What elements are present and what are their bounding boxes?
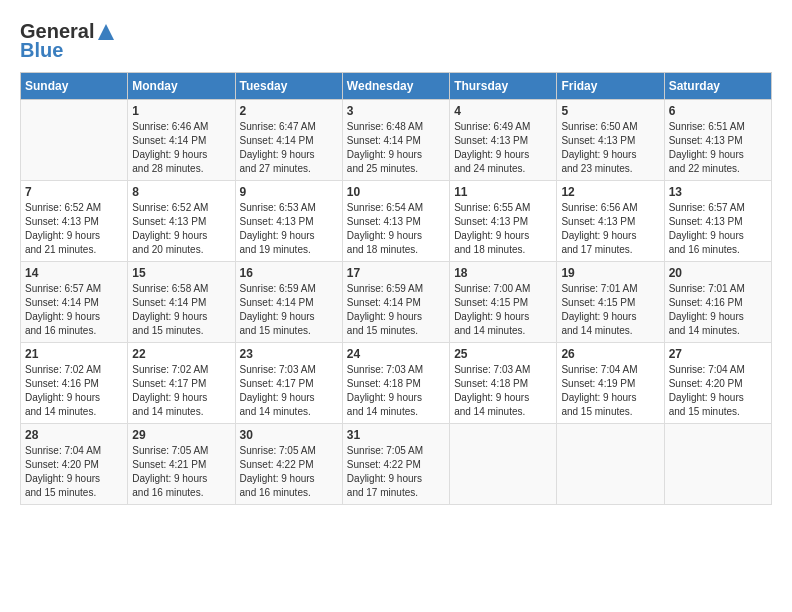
day-number: 21 [25, 347, 123, 361]
day-number: 5 [561, 104, 659, 118]
day-info: Sunrise: 6:49 AM Sunset: 4:13 PM Dayligh… [454, 120, 552, 176]
day-info: Sunrise: 6:52 AM Sunset: 4:13 PM Dayligh… [25, 201, 123, 257]
day-number: 27 [669, 347, 767, 361]
day-number: 11 [454, 185, 552, 199]
calendar-cell: 7Sunrise: 6:52 AM Sunset: 4:13 PM Daylig… [21, 181, 128, 262]
calendar-cell: 29Sunrise: 7:05 AM Sunset: 4:21 PM Dayli… [128, 424, 235, 505]
calendar-cell: 1Sunrise: 6:46 AM Sunset: 4:14 PM Daylig… [128, 100, 235, 181]
day-number: 23 [240, 347, 338, 361]
day-number: 25 [454, 347, 552, 361]
header-cell-tuesday: Tuesday [235, 73, 342, 100]
calendar-cell: 22Sunrise: 7:02 AM Sunset: 4:17 PM Dayli… [128, 343, 235, 424]
day-info: Sunrise: 6:56 AM Sunset: 4:13 PM Dayligh… [561, 201, 659, 257]
calendar-cell: 30Sunrise: 7:05 AM Sunset: 4:22 PM Dayli… [235, 424, 342, 505]
week-row-2: 14Sunrise: 6:57 AM Sunset: 4:14 PM Dayli… [21, 262, 772, 343]
day-info: Sunrise: 7:01 AM Sunset: 4:16 PM Dayligh… [669, 282, 767, 338]
day-number: 4 [454, 104, 552, 118]
day-number: 18 [454, 266, 552, 280]
calendar-cell: 25Sunrise: 7:03 AM Sunset: 4:18 PM Dayli… [450, 343, 557, 424]
day-info: Sunrise: 6:59 AM Sunset: 4:14 PM Dayligh… [347, 282, 445, 338]
calendar-table: SundayMondayTuesdayWednesdayThursdayFrid… [20, 72, 772, 505]
calendar-cell: 11Sunrise: 6:55 AM Sunset: 4:13 PM Dayli… [450, 181, 557, 262]
header-cell-thursday: Thursday [450, 73, 557, 100]
calendar-cell: 2Sunrise: 6:47 AM Sunset: 4:14 PM Daylig… [235, 100, 342, 181]
week-row-1: 7Sunrise: 6:52 AM Sunset: 4:13 PM Daylig… [21, 181, 772, 262]
day-number: 8 [132, 185, 230, 199]
day-number: 9 [240, 185, 338, 199]
day-info: Sunrise: 6:58 AM Sunset: 4:14 PM Dayligh… [132, 282, 230, 338]
day-info: Sunrise: 6:54 AM Sunset: 4:13 PM Dayligh… [347, 201, 445, 257]
logo-blue-text: Blue [20, 39, 63, 62]
day-info: Sunrise: 6:55 AM Sunset: 4:13 PM Dayligh… [454, 201, 552, 257]
day-number: 7 [25, 185, 123, 199]
calendar-cell: 31Sunrise: 7:05 AM Sunset: 4:22 PM Dayli… [342, 424, 449, 505]
day-number: 14 [25, 266, 123, 280]
day-number: 22 [132, 347, 230, 361]
calendar-cell: 17Sunrise: 6:59 AM Sunset: 4:14 PM Dayli… [342, 262, 449, 343]
logo: General Blue [20, 20, 116, 62]
calendar-cell: 12Sunrise: 6:56 AM Sunset: 4:13 PM Dayli… [557, 181, 664, 262]
day-info: Sunrise: 7:02 AM Sunset: 4:16 PM Dayligh… [25, 363, 123, 419]
week-row-4: 28Sunrise: 7:04 AM Sunset: 4:20 PM Dayli… [21, 424, 772, 505]
day-info: Sunrise: 7:04 AM Sunset: 4:20 PM Dayligh… [25, 444, 123, 500]
day-info: Sunrise: 7:04 AM Sunset: 4:19 PM Dayligh… [561, 363, 659, 419]
day-number: 30 [240, 428, 338, 442]
calendar-body: 1Sunrise: 6:46 AM Sunset: 4:14 PM Daylig… [21, 100, 772, 505]
day-number: 2 [240, 104, 338, 118]
day-info: Sunrise: 7:03 AM Sunset: 4:17 PM Dayligh… [240, 363, 338, 419]
calendar-header: SundayMondayTuesdayWednesdayThursdayFrid… [21, 73, 772, 100]
calendar-cell: 15Sunrise: 6:58 AM Sunset: 4:14 PM Dayli… [128, 262, 235, 343]
calendar-cell: 8Sunrise: 6:52 AM Sunset: 4:13 PM Daylig… [128, 181, 235, 262]
day-info: Sunrise: 6:47 AM Sunset: 4:14 PM Dayligh… [240, 120, 338, 176]
calendar-cell: 14Sunrise: 6:57 AM Sunset: 4:14 PM Dayli… [21, 262, 128, 343]
week-row-0: 1Sunrise: 6:46 AM Sunset: 4:14 PM Daylig… [21, 100, 772, 181]
day-number: 12 [561, 185, 659, 199]
calendar-cell: 9Sunrise: 6:53 AM Sunset: 4:13 PM Daylig… [235, 181, 342, 262]
day-number: 13 [669, 185, 767, 199]
day-number: 3 [347, 104, 445, 118]
day-number: 28 [25, 428, 123, 442]
day-number: 19 [561, 266, 659, 280]
svg-marker-0 [98, 24, 114, 40]
calendar-cell: 4Sunrise: 6:49 AM Sunset: 4:13 PM Daylig… [450, 100, 557, 181]
day-info: Sunrise: 6:53 AM Sunset: 4:13 PM Dayligh… [240, 201, 338, 257]
header-cell-saturday: Saturday [664, 73, 771, 100]
day-info: Sunrise: 7:03 AM Sunset: 4:18 PM Dayligh… [347, 363, 445, 419]
calendar-cell: 20Sunrise: 7:01 AM Sunset: 4:16 PM Dayli… [664, 262, 771, 343]
day-info: Sunrise: 6:59 AM Sunset: 4:14 PM Dayligh… [240, 282, 338, 338]
day-info: Sunrise: 6:57 AM Sunset: 4:13 PM Dayligh… [669, 201, 767, 257]
calendar-cell: 28Sunrise: 7:04 AM Sunset: 4:20 PM Dayli… [21, 424, 128, 505]
day-number: 10 [347, 185, 445, 199]
calendar-cell: 19Sunrise: 7:01 AM Sunset: 4:15 PM Dayli… [557, 262, 664, 343]
day-number: 20 [669, 266, 767, 280]
logo-icon [96, 22, 116, 42]
day-number: 15 [132, 266, 230, 280]
day-info: Sunrise: 6:46 AM Sunset: 4:14 PM Dayligh… [132, 120, 230, 176]
day-number: 24 [347, 347, 445, 361]
day-info: Sunrise: 6:48 AM Sunset: 4:14 PM Dayligh… [347, 120, 445, 176]
day-number: 1 [132, 104, 230, 118]
day-info: Sunrise: 7:03 AM Sunset: 4:18 PM Dayligh… [454, 363, 552, 419]
calendar-cell: 26Sunrise: 7:04 AM Sunset: 4:19 PM Dayli… [557, 343, 664, 424]
day-number: 17 [347, 266, 445, 280]
calendar-cell: 21Sunrise: 7:02 AM Sunset: 4:16 PM Dayli… [21, 343, 128, 424]
day-number: 16 [240, 266, 338, 280]
day-info: Sunrise: 7:01 AM Sunset: 4:15 PM Dayligh… [561, 282, 659, 338]
calendar-cell: 10Sunrise: 6:54 AM Sunset: 4:13 PM Dayli… [342, 181, 449, 262]
day-info: Sunrise: 7:00 AM Sunset: 4:15 PM Dayligh… [454, 282, 552, 338]
calendar-cell [664, 424, 771, 505]
calendar-cell [557, 424, 664, 505]
calendar-cell: 13Sunrise: 6:57 AM Sunset: 4:13 PM Dayli… [664, 181, 771, 262]
page-header: General Blue [20, 20, 772, 62]
calendar-cell: 24Sunrise: 7:03 AM Sunset: 4:18 PM Dayli… [342, 343, 449, 424]
day-info: Sunrise: 6:57 AM Sunset: 4:14 PM Dayligh… [25, 282, 123, 338]
header-cell-sunday: Sunday [21, 73, 128, 100]
calendar-cell: 6Sunrise: 6:51 AM Sunset: 4:13 PM Daylig… [664, 100, 771, 181]
day-number: 31 [347, 428, 445, 442]
calendar-cell: 5Sunrise: 6:50 AM Sunset: 4:13 PM Daylig… [557, 100, 664, 181]
day-info: Sunrise: 7:02 AM Sunset: 4:17 PM Dayligh… [132, 363, 230, 419]
day-info: Sunrise: 7:05 AM Sunset: 4:22 PM Dayligh… [240, 444, 338, 500]
calendar-cell: 18Sunrise: 7:00 AM Sunset: 4:15 PM Dayli… [450, 262, 557, 343]
day-info: Sunrise: 7:05 AM Sunset: 4:22 PM Dayligh… [347, 444, 445, 500]
day-info: Sunrise: 7:05 AM Sunset: 4:21 PM Dayligh… [132, 444, 230, 500]
